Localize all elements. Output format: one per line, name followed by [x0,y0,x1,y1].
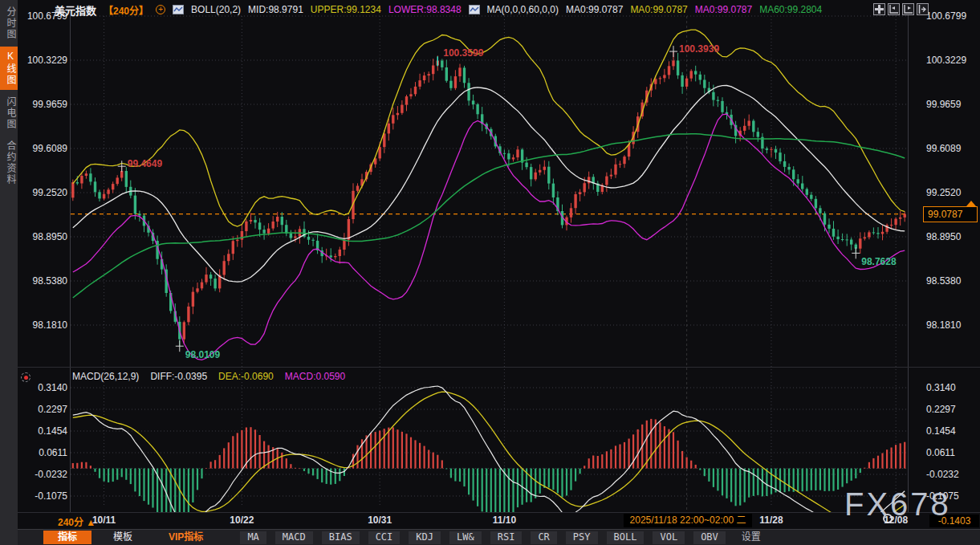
tab-templates[interactable]: 模板 [99,531,147,544]
price-axis-label: 99.6089 [18,143,67,154]
boll-upper-value: UPPER:99.1234 [311,4,381,15]
indicator-button-psy[interactable]: PSY [566,531,598,544]
sidebar-item-contract-info[interactable]: 合约资料 [0,136,18,189]
boll-upper-line [73,30,905,226]
chart-tool-icons [873,3,929,15]
tab-indicators[interactable]: 指标 [43,531,91,544]
price-axis-label: 98.8950 [18,231,67,242]
price-axis-label: 99.9659 [926,99,978,110]
macd-dea-line [73,392,905,524]
ma-label: MA(0,0,0,60,0,0) [487,4,559,15]
left-sidebar: 分时图 K线图 闪电图 合约资料 [0,0,18,545]
macd-axis-label: -0.1075 [926,490,978,502]
price-axis-label: 98.8950 [926,231,978,242]
indicator-button-bias[interactable]: BIAS [322,531,360,544]
price-up-arrow-icon [966,201,976,206]
price-axis-label: 100.3229 [18,55,67,66]
boll-legend-icon[interactable] [173,5,184,14]
indicator-button-lw[interactable]: LW& [449,531,482,544]
macd-pane [72,386,906,530]
ma60-value: MA60:99.2804 [759,4,822,15]
macd-axis-label: 0.1454 [18,425,67,437]
indicator-button-cci[interactable]: CCI [368,531,401,544]
price-axis-label: 98.5380 [926,275,978,287]
price-axis-label: 99.2520 [926,187,978,198]
macd-axis-label: 0.0611 [18,447,67,458]
macd-diff-value: DIFF:-0.0395 [150,371,207,382]
indicator-button-boll[interactable]: BOLL [607,531,645,544]
ma0-magenta-value: MA0:99.0787 [695,4,752,15]
extreme-label: 98.7628 [861,256,897,267]
sidebar-item-kline[interactable]: K线图 [0,47,18,90]
indicator-button-rsi[interactable]: RSI [490,531,523,544]
boll-lower-value: LOWER:98.8348 [388,4,462,15]
current-price-box: 99.0787 [923,206,978,222]
crosshair-date-box: 2025/11/18 22:00~02:00 二 [624,514,752,527]
indicator-button-kdj[interactable]: KDJ [409,531,441,544]
scale-right-icon[interactable] [902,3,914,15]
macd-axis-label: 0.3140 [18,382,67,393]
macd-collapse-icon[interactable] [21,372,30,382]
indicator-buttons: MAMACDBIASCCIKDJLW&RSICRPSYBOLLVOLOBV [240,531,734,544]
ma0-white-value: MA0:99.0787 [566,4,623,15]
macd-axis-label: 0.0611 [926,447,978,458]
macd-axis-label: 0.2297 [18,404,67,415]
chart-header: 美元指数 【240分】 + BOLL(20,2) MID:98.9791 UPP… [55,2,822,17]
extreme-label: 100.3939 [679,43,719,55]
symbol-title: 美元指数 [55,2,96,18]
macd-axis-label: 0.3140 [926,382,978,393]
macd-label: MACD(26,12,9) [72,371,139,382]
boll-mid-value: MID:98.9791 [248,4,303,15]
macd-crosshair-readout: -0.1403 [929,514,979,527]
price-axis-label: 100.6799 [926,10,978,22]
boll-label: BOLL(20,2) [191,4,241,15]
price-axis-label: 99.2520 [18,187,67,198]
boll-mid-line [73,86,905,283]
scale-left-icon[interactable] [888,3,900,15]
macd-dea-value: DEA:-0.0690 [218,371,274,382]
price-axis-label: 98.5380 [18,275,67,287]
indicator-button-cr[interactable]: CR [531,531,556,544]
bottom-toolbar: 指标 模板 VIP指标 MAMACDBIASCCIKDJLW&RSICRPSYB… [18,529,980,545]
tab-vip-indicators[interactable]: VIP指标 [154,531,218,544]
mouse-cursor [883,514,893,523]
price-axis-label: 98.1810 [18,319,67,331]
macd-axis-label: -0.0232 [926,469,978,480]
indicator-button-macd[interactable]: MACD [275,531,313,544]
price-axis-label: 100.3229 [926,55,978,66]
indicator-button-obv[interactable]: OBV [693,531,726,544]
macd-macd-value: MACD:0.0590 [285,371,345,382]
macd-diff-line [73,386,905,529]
indicator-button-ma[interactable]: MA [240,531,266,544]
extreme-label: 99.4649 [128,158,163,169]
extreme-annotations: 99.464998.0109100.3599100.393998.7628 [118,43,897,360]
candlestick-plot[interactable]: 99.464998.0109100.3599100.393998.7628 [71,0,907,530]
ma-legend-icon[interactable] [469,5,480,14]
macd-axis-label: -0.1075 [18,490,67,502]
plot-right-border [908,11,909,512]
candles [71,51,906,346]
price-axis-label: 99.9659 [18,99,67,110]
pan-icon[interactable] [873,3,885,15]
app-window: 分时图 K线图 闪电图 合约资料 美元指数 【240分】 + BOLL(20,2… [0,0,980,545]
sidebar-item-timeshare[interactable]: 分时图 [0,2,18,44]
indicator-button-vol[interactable]: VOL [653,531,685,544]
macd-header: MACD(26,12,9) DIFF:-0.0395 DEA:-0.0690 M… [72,371,345,382]
period-badge: 【240分】 [104,3,148,17]
shift-right-icon[interactable] [917,3,929,15]
settings-button[interactable]: 设置 [734,531,768,544]
macd-axis-label: 0.2297 [926,404,978,415]
extreme-label: 100.3599 [443,47,483,59]
price-axis-label: 99.6089 [926,143,978,154]
sidebar-item-lightning[interactable]: 闪电图 [0,92,18,134]
ma0-yellow-value: MA0:99.0787 [630,4,687,15]
period-selector[interactable]: 240分 ▲ [58,514,96,528]
price-axis-label: 98.1810 [926,319,978,331]
extreme-label: 98.0109 [185,349,221,360]
macd-axis-label: 0.1454 [926,425,978,437]
macd-axis-label: -0.0232 [18,469,67,480]
chart-area: 美元指数 【240分】 + BOLL(20,2) MID:98.9791 UPP… [18,0,980,545]
price-pane [71,30,907,360]
add-indicator-icon[interactable]: + [156,5,165,14]
